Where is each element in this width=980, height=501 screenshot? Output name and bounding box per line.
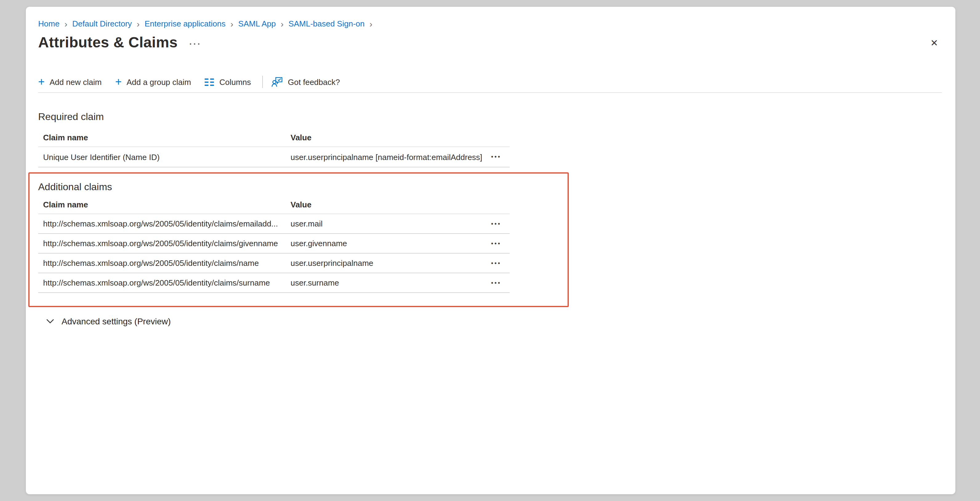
- table-row[interactable]: http://schemas.xmlsoap.org/ws/2005/05/id…: [38, 234, 510, 254]
- table-row[interactable]: Unique User Identifier (Name ID) user.us…: [38, 147, 510, 167]
- claim-name-cell: http://schemas.xmlsoap.org/ws/2005/05/id…: [38, 278, 291, 288]
- chevron-right-icon: ›: [281, 19, 283, 28]
- more-options-icon[interactable]: ···: [189, 40, 202, 48]
- close-icon[interactable]: ✕: [931, 38, 938, 48]
- table-header: Claim name Value: [38, 195, 510, 214]
- table-header: Claim name Value: [38, 129, 510, 147]
- required-claim-table: Claim name Value Unique User Identifier …: [38, 129, 510, 167]
- value-column-header: Value: [291, 133, 483, 142]
- breadcrumb-home[interactable]: Home: [38, 19, 59, 28]
- columns-icon: [205, 78, 215, 86]
- add-group-claim-label: Add a group claim: [127, 77, 191, 86]
- title-row: Attributes & Claims ···: [38, 34, 202, 51]
- row-menu-icon[interactable]: •••: [483, 221, 510, 227]
- value-column-header: Value: [291, 200, 483, 209]
- plus-icon: +: [115, 77, 122, 87]
- row-menu-icon[interactable]: •••: [483, 154, 510, 160]
- add-new-claim-label: Add new claim: [49, 77, 102, 86]
- table-row[interactable]: http://schemas.xmlsoap.org/ws/2005/05/id…: [38, 254, 510, 273]
- chevron-right-icon: ›: [231, 19, 233, 28]
- page-title: Attributes & Claims: [38, 34, 178, 51]
- chevron-right-icon: ›: [64, 19, 67, 28]
- claim-name-column-header: Claim name: [38, 133, 291, 142]
- claim-name-cell: http://schemas.xmlsoap.org/ws/2005/05/id…: [38, 219, 291, 228]
- claim-value-cell: user.userprincipalname [nameid-format:em…: [291, 152, 483, 162]
- toolbar-rule: [38, 92, 942, 93]
- claim-value-cell: user.surname: [291, 278, 483, 288]
- feedback-person-icon: [271, 76, 283, 87]
- breadcrumb-default-directory[interactable]: Default Directory: [72, 19, 132, 28]
- columns-button[interactable]: Columns: [205, 77, 251, 86]
- required-claim-heading: Required claim: [38, 111, 104, 122]
- toolbar-divider: [262, 76, 262, 88]
- additional-claims-table: Claim name Value http://schemas.xmlsoap.…: [38, 195, 510, 293]
- claim-name-column-header: Claim name: [38, 200, 291, 209]
- claim-value-cell: user.givenname: [291, 239, 483, 248]
- breadcrumb: Home › Default Directory › Enterprise ap…: [38, 19, 377, 28]
- table-row[interactable]: http://schemas.xmlsoap.org/ws/2005/05/id…: [38, 214, 510, 234]
- table-row[interactable]: http://schemas.xmlsoap.org/ws/2005/05/id…: [38, 273, 510, 293]
- got-feedback-button[interactable]: Got feedback?: [271, 76, 340, 87]
- claim-name-cell: Unique User Identifier (Name ID): [38, 152, 291, 162]
- add-new-claim-button[interactable]: + Add new claim: [38, 77, 102, 87]
- advanced-settings-expander[interactable]: Advanced settings (Preview): [46, 317, 171, 326]
- attributes-claims-panel: Home › Default Directory › Enterprise ap…: [26, 7, 955, 494]
- breadcrumb-saml-based-sign-on[interactable]: SAML-based Sign-on: [288, 19, 364, 28]
- columns-label: Columns: [220, 77, 251, 86]
- plus-icon: +: [38, 77, 45, 87]
- claim-value-cell: user.mail: [291, 219, 483, 228]
- claim-name-cell: http://schemas.xmlsoap.org/ws/2005/05/id…: [38, 259, 291, 268]
- row-menu-icon[interactable]: •••: [483, 240, 510, 247]
- claim-value-cell: user.userprincipalname: [291, 259, 483, 268]
- command-bar: + Add new claim + Add a group claim Colu…: [38, 73, 353, 91]
- attributes-claims-screen: Home › Default Directory › Enterprise ap…: [0, 0, 980, 501]
- claim-name-cell: http://schemas.xmlsoap.org/ws/2005/05/id…: [38, 239, 291, 248]
- chevron-right-icon: ›: [137, 19, 139, 28]
- add-group-claim-button[interactable]: + Add a group claim: [115, 77, 191, 87]
- chevron-right-icon: ›: [370, 19, 372, 28]
- row-menu-icon[interactable]: •••: [483, 260, 510, 266]
- breadcrumb-saml-app[interactable]: SAML App: [238, 19, 276, 28]
- row-menu-icon[interactable]: •••: [483, 280, 510, 286]
- got-feedback-label: Got feedback?: [288, 77, 340, 86]
- additional-claims-heading: Additional claims: [38, 181, 112, 192]
- breadcrumb-enterprise-applications[interactable]: Enterprise applications: [145, 19, 226, 28]
- advanced-settings-label: Advanced settings (Preview): [62, 317, 171, 326]
- chevron-down-icon: [46, 319, 54, 324]
